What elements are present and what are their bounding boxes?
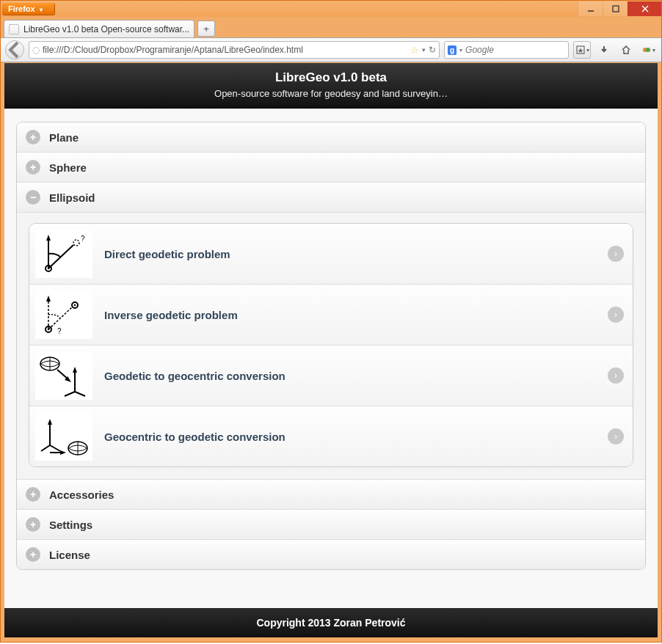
list-item-inverse-geodetic[interactable]: ? Inverse geodetic problem › <box>29 284 633 345</box>
svg-line-19 <box>48 307 72 329</box>
list-item-geocentric-to-geodetic[interactable]: Geocentric to geodetic conversion › <box>29 406 633 466</box>
list-item-label: Geodetic to geocentric conversion <box>104 370 596 382</box>
plus-icon <box>26 130 40 144</box>
svg-marker-5 <box>578 48 583 53</box>
list-item-label: Geocentric to geodetic conversion <box>104 431 596 443</box>
page-header: LibreGeo v1.0 beta Open-source software … <box>4 63 658 109</box>
plus-icon <box>26 160 40 175</box>
thumb-geoc-to-geod-icon <box>35 412 92 461</box>
window-controls <box>578 1 661 16</box>
list-item-geodetic-to-geocentric[interactable]: Geodetic to geocentric conversion › <box>29 345 633 406</box>
nav-toolbar: ◌ ☆ ▾ ↻ g ▾ 🔍 ▾ ▾ <box>1 37 661 62</box>
plus-icon <box>26 547 40 562</box>
active-tab[interactable]: LibreGeo v1.0 beta Open-source softwar..… <box>4 20 194 37</box>
url-bar[interactable]: ◌ ☆ ▾ ↻ <box>29 41 440 59</box>
page-footer: Copyright 2013 Zoran Petrović <box>4 608 658 637</box>
svg-line-29 <box>65 392 75 396</box>
accordion-header-license[interactable]: License <box>17 539 645 569</box>
bookmark-star-icon[interactable]: ☆ <box>410 45 419 56</box>
page-subtitle: Open-source software for geodesy and lan… <box>10 88 652 99</box>
list-item-label: Direct geodetic problem <box>104 248 596 260</box>
search-input[interactable] <box>465 45 576 55</box>
accordion-label: Accessories <box>49 489 114 501</box>
downloads-button[interactable] <box>595 41 613 59</box>
search-bar[interactable]: g ▾ 🔍 <box>444 41 569 59</box>
svg-text:?: ? <box>57 327 62 335</box>
svg-rect-1 <box>613 6 619 12</box>
svg-marker-36 <box>60 450 66 455</box>
back-button[interactable] <box>5 40 24 59</box>
svg-point-21 <box>74 304 76 307</box>
thumb-geod-to-geoc-icon <box>35 351 92 400</box>
accordion-header-settings[interactable]: Settings <box>17 509 645 539</box>
svg-text:?: ? <box>81 235 85 243</box>
search-engine-icon[interactable]: g <box>448 45 457 55</box>
list-item-label: Inverse geodetic problem <box>104 309 596 321</box>
search-engine-dropdown-icon[interactable]: ▾ <box>459 47 462 54</box>
maximize-button[interactable] <box>603 1 628 16</box>
chevron-right-icon: › <box>608 246 624 262</box>
firefox-menu-button[interactable]: Firefox <box>2 3 55 15</box>
page: LibreGeo v1.0 beta Open-source software … <box>4 63 658 637</box>
titlebar: Firefox <box>1 1 661 17</box>
page-body: Plane Sphere Ellipsoid <box>4 109 658 608</box>
plus-icon <box>26 487 40 502</box>
svg-point-13 <box>73 240 79 246</box>
accordion-header-accessories[interactable]: Accessories <box>17 479 645 509</box>
plus-icon <box>26 517 40 532</box>
accordion-header-sphere[interactable]: Sphere <box>17 152 645 182</box>
thumb-inverse-geodetic-icon: ? <box>35 290 92 339</box>
url-history-dropdown-icon[interactable]: ▾ <box>422 46 426 54</box>
url-input[interactable] <box>43 45 407 55</box>
site-identity-icon: ◌ <box>32 45 40 55</box>
accordion-panel-ellipsoid: ? Direct geodetic problem › <box>17 212 645 479</box>
accordion-label: Settings <box>49 519 92 531</box>
svg-line-34 <box>50 445 60 451</box>
bookmarks-menu-button[interactable]: ▾ <box>573 41 591 59</box>
minus-icon <box>26 190 40 205</box>
tab-favicon <box>9 24 19 34</box>
close-button[interactable] <box>628 1 661 16</box>
svg-point-7 <box>646 48 650 52</box>
reload-icon[interactable]: ↻ <box>429 45 436 55</box>
chevron-right-icon: › <box>608 428 624 444</box>
tab-title: LibreGeo v1.0 beta Open-source softwar..… <box>23 24 189 34</box>
minimize-button[interactable] <box>578 1 603 16</box>
accordion-label: Ellipsoid <box>49 191 95 204</box>
tab-strip: LibreGeo v1.0 beta Open-source softwar..… <box>1 17 661 37</box>
svg-line-12 <box>48 245 73 268</box>
svg-marker-32 <box>48 419 52 425</box>
list-item-direct-geodetic[interactable]: ? Direct geodetic problem › <box>29 224 633 284</box>
ellipsoid-listview: ? Direct geodetic problem › <box>29 223 633 467</box>
accordion-header-plane[interactable]: Plane <box>17 122 645 152</box>
firefox-window: Firefox LibreGeo v1.0 beta Open-source s… <box>0 0 662 643</box>
svg-marker-28 <box>73 367 77 373</box>
chevron-right-icon: › <box>608 307 624 323</box>
content-viewport: LibreGeo v1.0 beta Open-source software … <box>4 63 658 637</box>
new-tab-button[interactable]: + <box>197 21 215 37</box>
accordion-label: License <box>49 549 90 561</box>
accordion-label: Sphere <box>49 161 87 174</box>
home-button[interactable] <box>617 41 635 59</box>
accordion-header-ellipsoid[interactable]: Ellipsoid <box>17 182 645 212</box>
svg-marker-18 <box>46 296 51 301</box>
chevron-right-icon: › <box>608 367 624 384</box>
svg-marker-11 <box>46 235 51 241</box>
page-title: LibreGeo v1.0 beta <box>10 70 652 85</box>
main-accordion: Plane Sphere Ellipsoid <box>16 122 646 570</box>
svg-line-33 <box>41 445 50 451</box>
thumb-direct-geodetic-icon: ? <box>35 230 92 278</box>
addon-button[interactable]: ▾ <box>639 41 657 59</box>
svg-line-30 <box>75 392 85 396</box>
accordion-label: Plane <box>49 131 79 144</box>
